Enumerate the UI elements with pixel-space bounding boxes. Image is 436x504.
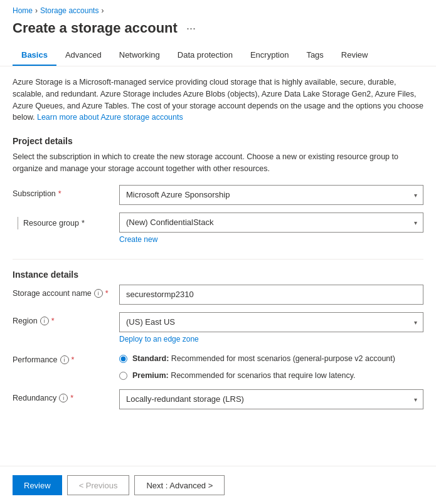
- ellipsis-button[interactable]: ···: [184, 21, 198, 36]
- deploy-edge-link[interactable]: Deploy to an edge zone: [119, 335, 423, 344]
- rg-line: [18, 217, 18, 229]
- region-dropdown[interactable]: (US) East US: [119, 312, 423, 332]
- breadcrumb-home[interactable]: Home: [13, 6, 33, 15]
- tabs-bar: Basics Advanced Networking Data protecti…: [0, 45, 436, 66]
- redundancy-row: Redundancy i * Locally-redundant storage…: [13, 389, 423, 409]
- tab-tags[interactable]: Tags: [297, 45, 332, 66]
- region-row: Region i * (US) East US ▾ Deploy to an e…: [13, 312, 423, 344]
- subscription-required: *: [58, 189, 61, 198]
- redundancy-info-icon[interactable]: i: [59, 394, 68, 402]
- breadcrumb-sep1: ›: [35, 6, 38, 15]
- resource-group-label: Resource group *: [23, 219, 85, 228]
- performance-info-icon[interactable]: i: [60, 355, 69, 364]
- performance-radio-group: Standard: Recommended for most scenarios…: [119, 351, 423, 382]
- next-button[interactable]: Next : Advanced >: [134, 475, 225, 495]
- performance-control: Standard: Recommended for most scenarios…: [119, 351, 423, 382]
- tab-data-protection[interactable]: Data protection: [169, 45, 242, 66]
- resource-group-dropdown[interactable]: (New) ConfidentialStack: [119, 213, 423, 233]
- performance-premium-option[interactable]: Premium: Recommended for scenarios that …: [119, 370, 423, 382]
- tab-networking[interactable]: Networking: [110, 45, 169, 66]
- learn-more-link[interactable]: Learn more about Azure storage accounts: [37, 113, 183, 122]
- redundancy-required: *: [70, 394, 73, 402]
- tab-review[interactable]: Review: [332, 45, 377, 66]
- project-details-desc: Select the subscription in which to crea…: [13, 151, 423, 175]
- subscription-row: Subscription * Microsoft Azure Sponsorsh…: [13, 185, 423, 205]
- performance-row: Performance i * Standard: Recommended fo…: [13, 351, 423, 382]
- rg-indent: Resource group *: [13, 217, 113, 229]
- tab-encryption[interactable]: Encryption: [242, 45, 297, 66]
- region-required: *: [51, 317, 55, 325]
- region-label: Region i *: [13, 312, 113, 325]
- performance-required: *: [72, 355, 75, 364]
- breadcrumb: Home › Storage accounts ›: [0, 0, 436, 18]
- storage-account-name-row: Storage account name i *: [13, 285, 423, 305]
- performance-premium-radio[interactable]: [119, 372, 127, 380]
- description-box: Azure Storage is a Microsoft-managed ser…: [13, 76, 423, 123]
- redundancy-dropdown-wrapper: Locally-redundant storage (LRS) ▾: [119, 389, 423, 409]
- subscription-dropdown-wrapper: Microsoft Azure Sponsorship ▾: [119, 185, 423, 205]
- project-details-title: Project details: [13, 136, 423, 146]
- previous-button[interactable]: < Previous: [67, 475, 130, 495]
- resource-group-dropdown-wrapper: (New) ConfidentialStack ▾: [119, 213, 423, 233]
- create-new-link[interactable]: Create new: [119, 235, 423, 244]
- project-details-section: Project details Select the subscription …: [13, 136, 423, 244]
- page-container: Home › Storage accounts › Create a stora…: [0, 0, 436, 504]
- redundancy-dropdown[interactable]: Locally-redundant storage (LRS): [119, 389, 423, 409]
- performance-standard-label: Standard: Recommended for most scenarios…: [132, 354, 395, 365]
- main-content: Azure Storage is a Microsoft-managed ser…: [0, 66, 436, 466]
- review-button[interactable]: Review: [13, 475, 62, 495]
- breadcrumb-sep2: ›: [101, 6, 104, 15]
- instance-details-section: Instance details Storage account name i …: [13, 270, 423, 409]
- resource-group-row: Resource group * (New) ConfidentialStack…: [13, 213, 423, 244]
- subscription-dropdown[interactable]: Microsoft Azure Sponsorship: [119, 185, 423, 205]
- subscription-label: Subscription *: [13, 185, 113, 198]
- instance-details-title: Instance details: [13, 270, 423, 280]
- storage-account-name-input[interactable]: [119, 285, 423, 305]
- section-divider: [13, 259, 423, 260]
- region-info-icon[interactable]: i: [40, 317, 49, 325]
- region-control: (US) East US ▾ Deploy to an edge zone: [119, 312, 423, 344]
- storage-account-name-label: Storage account name i *: [13, 285, 113, 298]
- storage-name-required: *: [105, 289, 109, 298]
- performance-premium-label: Premium: Recommended for scenarios that …: [132, 370, 356, 382]
- resource-group-required: *: [82, 219, 85, 228]
- tab-advanced[interactable]: Advanced: [56, 45, 110, 66]
- redundancy-control: Locally-redundant storage (LRS) ▾: [119, 389, 423, 409]
- tab-basics[interactable]: Basics: [13, 45, 56, 66]
- subscription-control: Microsoft Azure Sponsorship ▾: [119, 185, 423, 205]
- page-title: Create a storage account: [13, 20, 178, 36]
- resource-group-label-col: Resource group *: [13, 213, 113, 229]
- resource-group-control: (New) ConfidentialStack ▾ Create new: [119, 213, 423, 244]
- performance-standard-radio[interactable]: [119, 355, 127, 363]
- region-dropdown-wrapper: (US) East US ▾: [119, 312, 423, 332]
- footer: Review < Previous Next : Advanced >: [0, 466, 436, 504]
- performance-label: Performance i *: [13, 351, 113, 364]
- redundancy-label: Redundancy i *: [13, 389, 113, 402]
- breadcrumb-storage-accounts[interactable]: Storage accounts: [40, 6, 98, 15]
- storage-account-name-control: [119, 285, 423, 305]
- performance-standard-option[interactable]: Standard: Recommended for most scenarios…: [119, 354, 423, 365]
- storage-name-info-icon[interactable]: i: [94, 289, 103, 298]
- page-header: Create a storage account ···: [0, 18, 436, 45]
